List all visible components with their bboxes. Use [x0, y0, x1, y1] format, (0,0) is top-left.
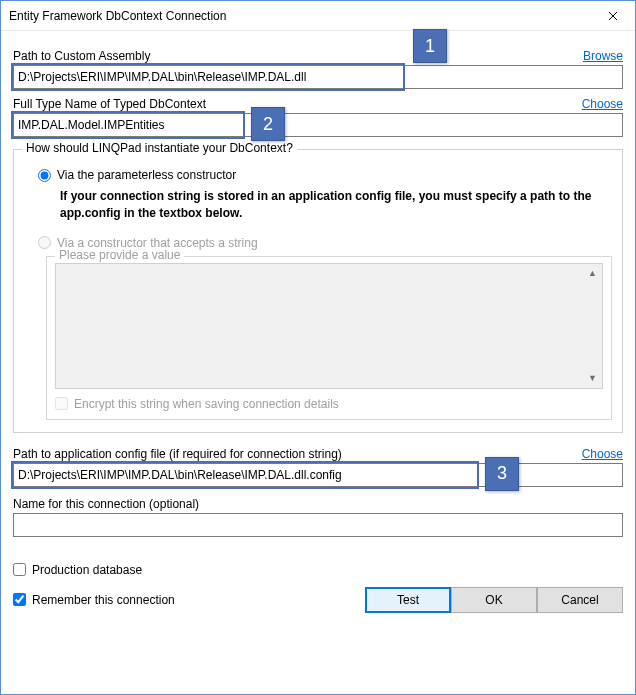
callout-1: 1: [413, 29, 447, 63]
radio-string-ctor-input[interactable]: [38, 236, 51, 249]
assembly-label: Path to Custom Assembly: [13, 49, 150, 63]
choose-type-link[interactable]: Choose: [582, 97, 623, 111]
cancel-button[interactable]: Cancel: [537, 587, 623, 613]
assembly-path-input[interactable]: [13, 65, 623, 89]
bottom-checks: Production database: [13, 551, 623, 577]
configpath-row: Path to application config file (if requ…: [13, 447, 623, 461]
scroll-down-icon: ▼: [585, 371, 600, 386]
radio-parameterless-label: Via the parameterless constructor: [57, 168, 236, 182]
ok-button[interactable]: OK: [451, 587, 537, 613]
dialog-body: Path to Custom Assembly Browse 1 Full Ty…: [1, 31, 635, 694]
string-value-legend: Please provide a value: [55, 248, 184, 262]
instantiate-legend: How should LINQPad instantiate your DbCo…: [22, 141, 297, 155]
scroll-up-icon: ▲: [585, 266, 600, 281]
remember-label: Remember this connection: [32, 593, 175, 607]
connname-label: Name for this connection (optional): [13, 497, 199, 511]
encrypt-label: Encrypt this string when saving connecti…: [74, 397, 339, 411]
choose-config-link[interactable]: Choose: [582, 447, 623, 461]
radio-parameterless[interactable]: Via the parameterless constructor: [38, 168, 612, 182]
remember-row[interactable]: Remember this connection: [13, 593, 365, 607]
radio-parameterless-input[interactable]: [38, 169, 51, 182]
encrypt-row: Encrypt this string when saving connecti…: [55, 397, 603, 411]
connname-row: Name for this connection (optional): [13, 497, 623, 511]
assembly-row: Path to Custom Assembly Browse 1: [13, 49, 623, 63]
production-checkbox[interactable]: [13, 563, 26, 576]
callout-2: 2: [251, 107, 285, 141]
config-note: If your connection string is stored in a…: [60, 188, 600, 222]
test-button[interactable]: Test: [365, 587, 451, 613]
production-label: Production database: [32, 563, 142, 577]
production-row[interactable]: Production database: [13, 563, 623, 577]
callout-3: 3: [485, 457, 519, 491]
typename-row: Full Type Name of Typed DbContext Choose: [13, 97, 623, 111]
string-value-group: Please provide a value ▲ ▼ Encrypt this …: [46, 256, 612, 420]
close-button[interactable]: [590, 1, 635, 31]
close-icon: [608, 11, 618, 21]
typename-label: Full Type Name of Typed DbContext: [13, 97, 206, 111]
titlebar: Entity Framework DbContext Connection: [1, 1, 635, 31]
configpath-input[interactable]: [13, 463, 623, 487]
dialog-window: Entity Framework DbContext Connection Pa…: [0, 0, 636, 695]
footer: Remember this connection Test OK Cancel: [13, 587, 623, 613]
string-value-textarea: ▲ ▼: [55, 263, 603, 389]
remember-checkbox[interactable]: [13, 593, 26, 606]
window-title: Entity Framework DbContext Connection: [9, 9, 590, 23]
browse-link[interactable]: Browse: [583, 49, 623, 63]
typename-input[interactable]: [13, 113, 623, 137]
instantiate-group: How should LINQPad instantiate your DbCo…: [13, 149, 623, 433]
configpath-label: Path to application config file (if requ…: [13, 447, 342, 461]
encrypt-checkbox: [55, 397, 68, 410]
connname-input[interactable]: [13, 513, 623, 537]
